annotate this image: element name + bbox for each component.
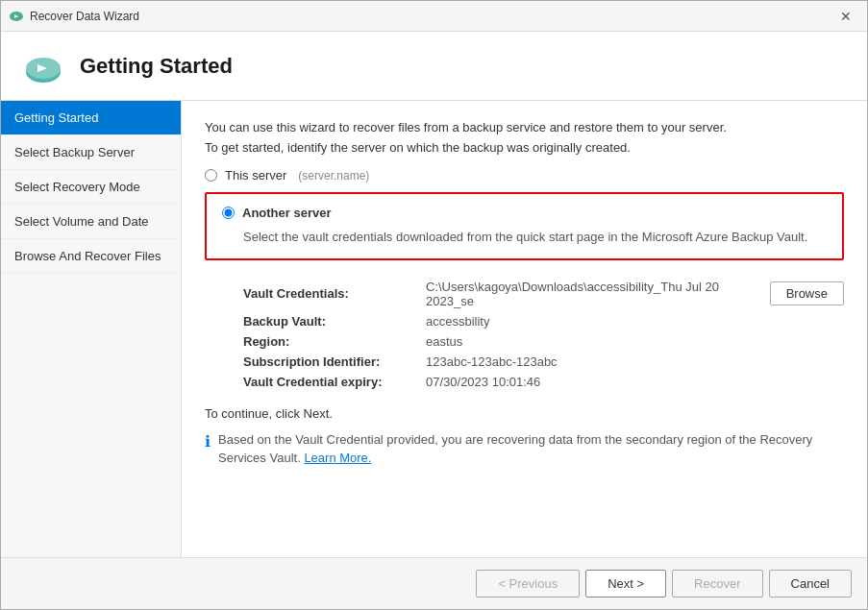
footer: < Previous Next > Recover Cancel <box>1 557 867 609</box>
this-server-label[interactable]: This server <box>225 168 286 183</box>
subscription-value: 123abc-123abc-123abc <box>426 354 844 369</box>
backup-vault-row: Backup Vault: accessbility <box>243 314 844 329</box>
title-bar-left: Recover Data Wizard <box>9 9 139 24</box>
vault-credentials-row: Vault Credentials: C:\Users\kagoya\Downl… <box>243 280 844 308</box>
vault-credentials-value: C:\Users\kagoya\Downloads\accessibility_… <box>426 280 760 308</box>
region-row: Region: eastus <box>243 334 844 349</box>
next-button[interactable]: Next > <box>585 570 666 598</box>
sidebar-item-select-recovery-mode[interactable]: Select Recovery Mode <box>1 170 181 205</box>
main-window: Recover Data Wizard ✕ Getting Started Ge… <box>0 0 868 610</box>
browse-button[interactable]: Browse <box>770 281 844 305</box>
body: Getting Started Select Backup Server Sel… <box>1 101 867 557</box>
region-value: eastus <box>426 334 844 349</box>
title-bar: Recover Data Wizard ✕ <box>1 1 867 32</box>
recover-button[interactable]: Recover <box>672 570 762 598</box>
another-server-radio[interactable] <box>222 207 235 219</box>
region-label: Region: <box>243 334 426 349</box>
vault-expiry-label: Vault Credential expiry: <box>243 375 426 389</box>
subscription-label: Subscription Identifier: <box>243 354 426 369</box>
another-server-label[interactable]: Another server <box>242 206 331 220</box>
learn-more-link[interactable]: Learn More. <box>304 451 371 465</box>
app-icon <box>9 9 24 24</box>
backup-vault-value: accessbility <box>426 314 844 329</box>
subscription-row: Subscription Identifier: 123abc-123abc-1… <box>243 354 844 369</box>
sidebar: Getting Started Select Backup Server Sel… <box>1 101 182 557</box>
header-title: Getting Started <box>80 54 233 79</box>
previous-button[interactable]: < Previous <box>476 570 580 598</box>
header-icon <box>20 43 66 89</box>
info-box: ℹ Based on the Vault Credential provided… <box>205 430 844 468</box>
info-icon: ℹ <box>205 430 211 453</box>
sidebar-item-select-volume-date[interactable]: Select Volume and Date <box>1 205 181 239</box>
sidebar-item-select-backup-server[interactable]: Select Backup Server <box>1 135 181 170</box>
backup-vault-label: Backup Vault: <box>243 314 426 329</box>
another-server-box: Another server Select the vault credenti… <box>205 192 844 260</box>
sidebar-item-browse-recover-files[interactable]: Browse And Recover Files <box>1 239 181 274</box>
header: Getting Started <box>1 32 867 101</box>
sidebar-item-getting-started[interactable]: Getting Started <box>1 101 181 135</box>
vault-expiry-value: 07/30/2023 10:01:46 <box>426 375 844 389</box>
server-name-text: (server.name) <box>298 169 369 183</box>
intro-text-1: You can use this wizard to recover files… <box>205 120 844 134</box>
vault-credentials-label: Vault Credentials: <box>243 286 426 301</box>
cancel-button[interactable]: Cancel <box>769 570 852 598</box>
intro-text-2: To get started, identify the server on w… <box>205 140 844 155</box>
continue-text: To continue, click Next. <box>205 406 844 421</box>
another-server-desc: Select the vault credentials downloaded … <box>243 228 827 247</box>
credentials-table: Vault Credentials: C:\Users\kagoya\Downl… <box>243 280 844 389</box>
info-text: Based on the Vault Credential provided, … <box>218 430 844 468</box>
main-content: You can use this wizard to recover files… <box>182 101 867 557</box>
another-server-title-row: Another server <box>222 206 827 220</box>
close-button[interactable]: ✕ <box>832 6 859 27</box>
vault-expiry-row: Vault Credential expiry: 07/30/2023 10:0… <box>243 375 844 389</box>
window-title: Recover Data Wizard <box>30 10 139 23</box>
this-server-radio[interactable] <box>205 169 217 182</box>
this-server-row: This server (server.name) <box>205 168 844 183</box>
